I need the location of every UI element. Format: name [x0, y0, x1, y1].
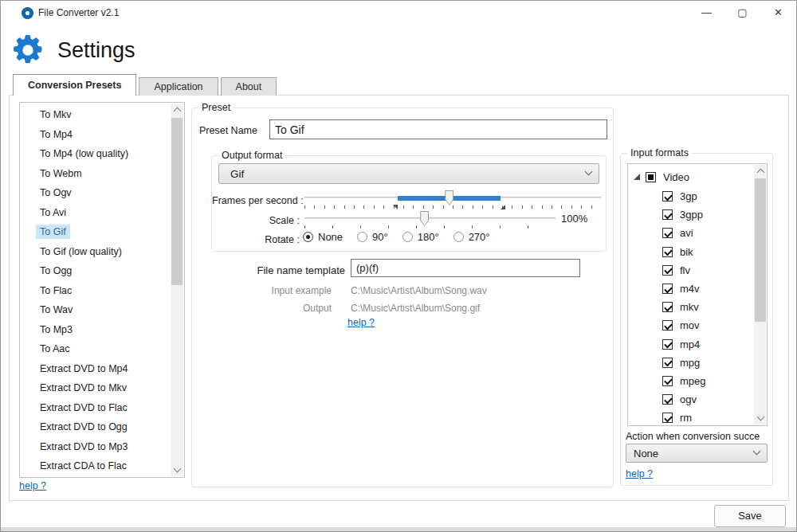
tab-application[interactable]: Application	[139, 77, 218, 96]
format-item-avi[interactable]: avi	[628, 224, 767, 242]
scale-ticks	[304, 225, 556, 229]
checkbox-checked-icon[interactable]	[662, 358, 673, 368]
checkbox-checked-icon[interactable]	[662, 284, 673, 294]
minimize-button[interactable]: —	[689, 1, 724, 25]
preset-groupbox: Preset Preset Name Output format Gif Fra…	[191, 108, 614, 487]
list-item[interactable]: To Mp4	[20, 125, 171, 145]
checkbox-checked-icon[interactable]	[662, 413, 673, 423]
formats-scrollbar[interactable]	[754, 165, 766, 424]
scrollbar-thumb[interactable]	[171, 118, 183, 285]
format-item-mpg[interactable]: mpg	[628, 354, 767, 372]
radio-icon	[303, 232, 313, 242]
chevron-up-icon[interactable]	[754, 165, 767, 178]
checkbox-checked-icon[interactable]	[662, 320, 673, 331]
chevron-down-icon	[753, 448, 761, 456]
list-item[interactable]: Extract DVD to Ogg	[20, 417, 171, 437]
tab-content-panel: To MkvTo Mp4To Mp4 (low quality)To WebmT…	[9, 95, 789, 501]
checkbox-checked-icon[interactable]	[662, 191, 673, 201]
save-button[interactable]: Save	[714, 505, 786, 527]
file-name-template-label: File name template	[238, 264, 345, 276]
formats-help-link[interactable]: help ?	[626, 468, 653, 479]
scale-slider[interactable]	[304, 217, 556, 220]
format-item-label: 3gpp	[680, 209, 703, 221]
format-item-flv[interactable]: flv	[628, 261, 767, 280]
format-item-label: bik	[680, 246, 693, 258]
settings-header: Settings	[11, 31, 135, 69]
format-item-mov[interactable]: mov	[628, 316, 767, 334]
checkbox-checked-icon[interactable]	[662, 394, 673, 405]
format-item-mpeg[interactable]: mpeg	[628, 372, 767, 390]
radio-icon	[357, 232, 367, 242]
checkbox-checked-icon[interactable]	[662, 339, 673, 350]
action-dropdown[interactable]: None	[626, 444, 768, 463]
list-item[interactable]: To Ogg	[20, 261, 171, 281]
chevron-down-icon[interactable]	[171, 464, 183, 476]
format-item-3gp[interactable]: 3gp	[628, 187, 767, 205]
action-on-success-label: Action when conversion succe	[626, 431, 766, 442]
format-item-label: mov	[680, 319, 700, 331]
scrollbar-thumb[interactable]	[755, 178, 766, 322]
list-item[interactable]: Extract DVD to Mkv	[20, 378, 171, 398]
format-item-m4v[interactable]: m4v	[628, 280, 767, 298]
preset-name-input[interactable]	[269, 119, 607, 139]
tab-conversion-presets[interactable]: Conversion Presets	[13, 74, 136, 96]
gear-icon	[11, 33, 45, 67]
preset-name-label: Preset Name	[199, 125, 257, 136]
chevron-down-icon[interactable]	[754, 412, 767, 424]
tab-about[interactable]: About	[221, 77, 277, 96]
list-item[interactable]: To Mkv	[20, 105, 171, 125]
format-item-3gpp[interactable]: 3gpp	[628, 205, 767, 224]
window-bottom-edge	[1, 527, 796, 531]
list-item[interactable]: To Webm	[20, 164, 171, 184]
list-item[interactable]: To Flac	[20, 281, 171, 301]
rotate-option-none[interactable]: None	[303, 231, 343, 243]
scale-slider-thumb[interactable]	[420, 211, 429, 226]
checkbox-checked-icon[interactable]	[662, 265, 673, 276]
input-example-value: C:\Music\Artist\Album\Song.wav	[351, 285, 487, 296]
list-item[interactable]: To Gif (low quality)	[20, 242, 171, 262]
preset-list-scrollbar[interactable]	[171, 104, 183, 476]
fps-marker-start	[393, 205, 398, 209]
list-item[interactable]: Extract DVD to Mp3	[20, 437, 171, 457]
close-button[interactable]: ✕	[760, 1, 796, 25]
format-item-ogv[interactable]: ogv	[628, 390, 767, 409]
list-item[interactable]: To Gif	[20, 222, 171, 242]
format-item-label: 3gp	[680, 190, 697, 202]
checkbox-checked-icon[interactable]	[662, 247, 673, 257]
output-format-groupbox: Output format Gif Frames per second : Sc…	[211, 155, 607, 252]
format-item-mkv[interactable]: mkv	[628, 298, 767, 316]
rotate-option-90[interactable]: 90°	[357, 231, 388, 243]
file-name-template-input[interactable]	[351, 259, 580, 277]
list-item[interactable]: To Wav	[20, 300, 171, 320]
template-help-link[interactable]: help ?	[347, 317, 375, 328]
format-item-rm[interactable]: rm	[628, 409, 767, 426]
list-item[interactable]: To Mp4 (low quality)	[20, 144, 171, 164]
list-item[interactable]: To Aac	[20, 339, 171, 359]
rotate-option-180[interactable]: 180°	[402, 231, 439, 243]
checkbox-checked-icon[interactable]	[662, 302, 673, 312]
chevron-up-icon[interactable]	[171, 104, 183, 116]
list-item[interactable]: Extract CDA to Flac	[20, 456, 171, 476]
output-format-dropdown[interactable]: Gif	[218, 163, 599, 184]
checkbox-checked-icon[interactable]	[662, 228, 673, 238]
list-item[interactable]: Extract DVD to Mp4	[20, 359, 171, 379]
list-item[interactable]: Extract DVD to Flac	[20, 398, 171, 418]
rotate-option-label: 90°	[372, 231, 388, 243]
list-item[interactable]: To Ogv	[20, 183, 171, 203]
checkbox-checked-icon[interactable]	[662, 376, 673, 386]
checkbox-indeterminate-icon[interactable]	[646, 172, 656, 182]
tree-expander-icon[interactable]	[634, 174, 640, 180]
format-item-bik[interactable]: bik	[628, 243, 767, 261]
fps-slider-thumb[interactable]	[445, 190, 453, 205]
checkbox-checked-icon[interactable]	[662, 209, 673, 220]
fps-slider[interactable]	[304, 197, 601, 199]
rotate-option-270[interactable]: 270°	[453, 231, 490, 243]
list-item[interactable]: To Mp3	[20, 320, 171, 340]
list-item[interactable]: To Avi	[20, 203, 171, 223]
maximize-button[interactable]: ▢	[724, 1, 760, 25]
tree-root-video[interactable]: Video	[628, 166, 767, 187]
format-item-label: mkv	[680, 301, 699, 313]
format-item-mp4[interactable]: mp4	[628, 335, 767, 354]
presets-help-link[interactable]: help ?	[19, 480, 46, 491]
preset-list-items: To MkvTo Mp4To Mp4 (low quality)To WebmT…	[20, 105, 171, 476]
